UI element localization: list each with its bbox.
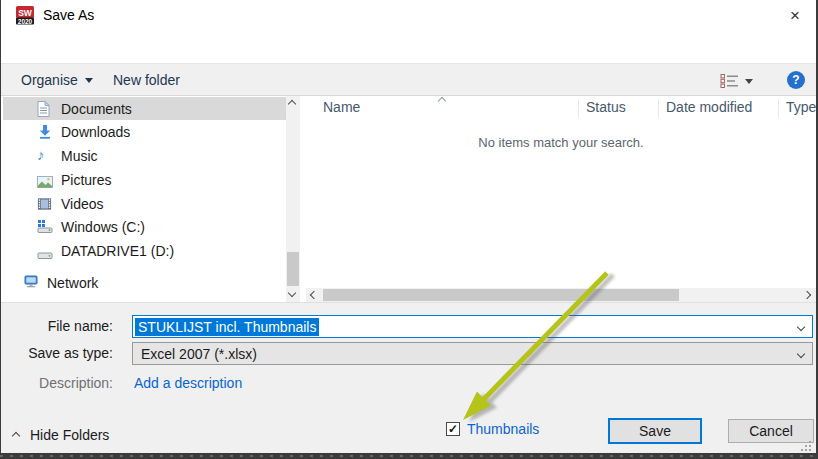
sidebar-item-network[interactable]: Network [3,271,286,294]
column-separator[interactable] [778,99,779,118]
column-header-date-modified[interactable]: Date modified [666,99,752,115]
column-separator[interactable] [658,99,659,118]
view-options-chevron-icon[interactable] [745,79,753,84]
file-name-input[interactable]: STUKLIJST incl. Thumbnails [132,315,813,338]
thumbnails-checkbox[interactable]: ✓ [446,422,460,436]
save-as-type-select[interactable]: Excel 2007 (*.xlsx) [132,342,813,365]
sidebar-item-videos[interactable]: Videos [3,192,286,215]
svg-text:2020: 2020 [18,18,33,25]
command-toolbar: Organise New folder [1,63,816,96]
scrollbar-thumb[interactable] [323,289,679,301]
background-window-edge [0,455,818,457]
help-icon[interactable]: ? [787,71,805,89]
save-as-dialog: SW 2020 Save As × ← → ↑ « [1,0,816,453]
chevron-up-icon [12,432,20,440]
app-icon: SW 2020 [15,6,35,25]
file-name-value[interactable]: STUKLIJST incl. Thumbnails [135,318,319,336]
document-icon [37,101,50,121]
save-as-type-value: Excel 2007 (*.xlsx) [141,346,257,362]
column-header-status[interactable]: Status [586,99,626,115]
drive-icon [37,246,53,264]
description-label: Description: [21,375,113,391]
pictures-icon [37,174,53,192]
sidebar-item-documents[interactable]: Documents [3,97,286,120]
sidebar-item-downloads[interactable]: Downloads [3,120,286,143]
save-button[interactable]: Save [608,418,702,444]
videos-icon [37,197,52,215]
dialog-title: Save As [43,7,94,23]
scrollbar-thumb[interactable] [287,252,299,286]
column-header-name[interactable]: Name [323,99,360,115]
sidebar-item-music[interactable]: ♪ Music [3,144,286,167]
chevron-down-icon [85,78,93,83]
svg-text:SW: SW [18,8,33,18]
file-name-label: File name: [21,318,113,334]
thumbnails-checkbox-label[interactable]: Thumbnails [467,421,539,437]
list-horizontal-scrollbar[interactable] [306,288,816,302]
music-icon: ♪ [37,147,45,162]
change-view-icon[interactable] [720,74,739,92]
empty-list-message: No items match your search. [306,135,816,150]
organise-button[interactable]: Organise [21,72,93,88]
column-separator[interactable] [578,99,579,118]
new-folder-button[interactable]: New folder [113,72,180,88]
sidebar-item-windows-c[interactable]: Windows (C:) [3,215,286,238]
resize-grip[interactable] [800,438,812,453]
navigation-bar: ← → ↑ « [1,30,816,63]
network-icon [23,275,39,293]
download-icon [37,124,53,144]
hide-folders-button[interactable]: Hide Folders [13,427,109,443]
sidebar-scrollbar[interactable] [286,96,300,302]
close-icon[interactable]: × [782,3,808,28]
chevron-down-icon[interactable] [797,350,805,358]
column-header-type[interactable]: Type [786,99,816,115]
sidebar-item-pictures[interactable]: Pictures [3,168,286,191]
chevron-down-icon[interactable] [797,323,805,331]
add-description-link[interactable]: Add a description [134,375,242,391]
sidebar-item-datadrive-d[interactable]: DATADRIVE1 (D:) [3,239,286,262]
title-bar[interactable]: SW 2020 Save As × [1,0,816,30]
save-as-type-label: Save as type: [21,345,113,361]
windows-drive-icon [37,219,53,237]
